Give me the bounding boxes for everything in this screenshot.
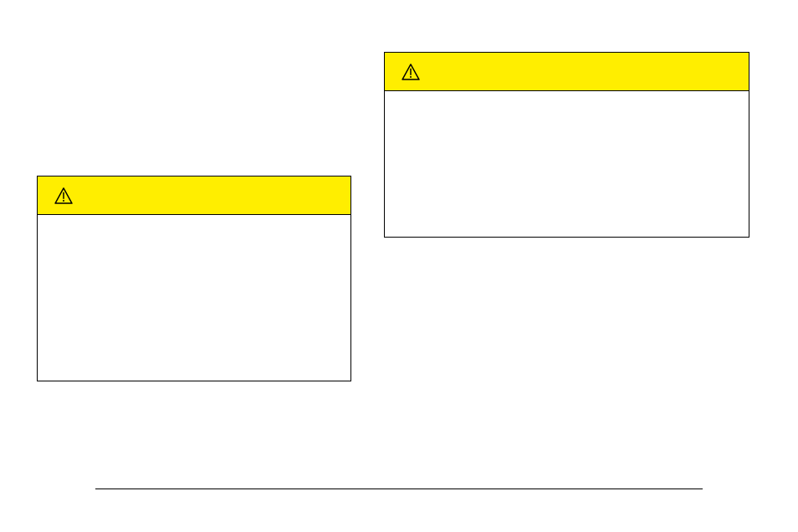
svg-point-3 — [410, 75, 412, 77]
caution-header-left — [38, 176, 350, 215]
caution-box-left — [37, 176, 351, 381]
horizontal-divider — [95, 489, 703, 489]
caution-body-right — [385, 91, 749, 237]
caution-box-right — [384, 52, 749, 238]
caution-body-left — [38, 215, 350, 381]
caution-header-right — [385, 53, 749, 91]
warning-icon — [54, 187, 73, 204]
warning-icon — [402, 64, 420, 80]
svg-point-1 — [63, 199, 64, 201]
